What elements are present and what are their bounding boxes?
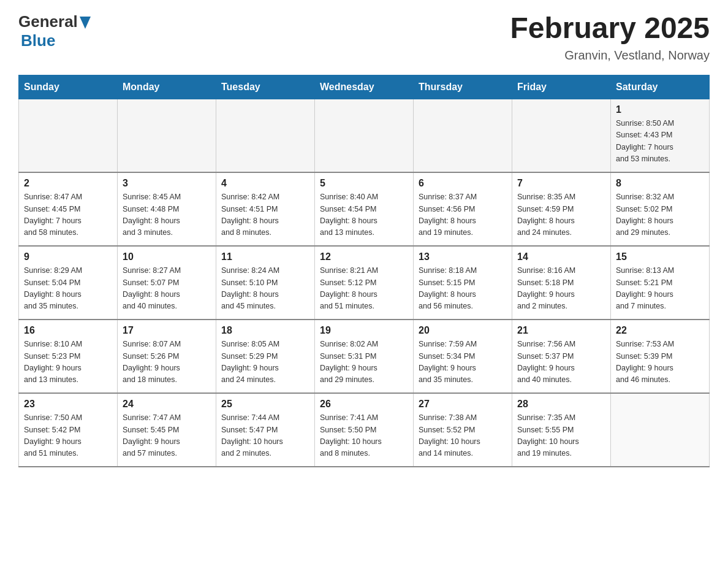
calendar-cell: 17Sunrise: 8:07 AM Sunset: 5:26 PM Dayli… [118, 320, 216, 393]
weekday-header-tuesday: Tuesday [216, 75, 315, 99]
day-number: 12 [320, 251, 408, 262]
day-info: Sunrise: 7:47 AM Sunset: 5:45 PM Dayligh… [123, 412, 211, 460]
logo-arrow-icon [80, 17, 91, 29]
svg-marker-0 [80, 17, 91, 29]
day-info: Sunrise: 7:41 AM Sunset: 5:50 PM Dayligh… [320, 412, 408, 460]
day-number: 11 [221, 251, 309, 262]
weekday-header-monday: Monday [118, 75, 216, 99]
day-number: 1 [616, 104, 704, 115]
day-info: Sunrise: 8:16 AM Sunset: 5:18 PM Dayligh… [517, 265, 605, 313]
weekday-header-saturday: Saturday [611, 75, 710, 99]
day-info: Sunrise: 7:56 AM Sunset: 5:37 PM Dayligh… [517, 339, 605, 386]
calendar-cell [611, 393, 710, 467]
calendar-cell [512, 99, 611, 172]
calendar-cell: 4Sunrise: 8:42 AM Sunset: 4:51 PM Daylig… [216, 172, 315, 246]
day-info: Sunrise: 8:07 AM Sunset: 5:26 PM Dayligh… [123, 339, 211, 386]
calendar-cell: 6Sunrise: 8:37 AM Sunset: 4:56 PM Daylig… [414, 172, 512, 246]
day-number: 25 [221, 399, 309, 410]
day-number: 5 [320, 178, 408, 189]
calendar-cell: 22Sunrise: 7:53 AM Sunset: 5:39 PM Dayli… [611, 320, 710, 393]
weekday-header-row: SundayMondayTuesdayWednesdayThursdayFrid… [19, 75, 710, 99]
day-number: 16 [24, 325, 112, 336]
calendar-cell: 11Sunrise: 8:24 AM Sunset: 5:10 PM Dayli… [216, 246, 315, 320]
day-info: Sunrise: 7:53 AM Sunset: 5:39 PM Dayligh… [616, 339, 704, 386]
calendar-week-row: 23Sunrise: 7:50 AM Sunset: 5:42 PM Dayli… [19, 393, 710, 467]
day-info: Sunrise: 8:29 AM Sunset: 5:04 PM Dayligh… [24, 265, 112, 313]
calendar-cell: 18Sunrise: 8:05 AM Sunset: 5:29 PM Dayli… [216, 320, 315, 393]
calendar-cell: 26Sunrise: 7:41 AM Sunset: 5:50 PM Dayli… [315, 393, 414, 467]
weekday-header-thursday: Thursday [414, 75, 512, 99]
calendar-cell: 3Sunrise: 8:45 AM Sunset: 4:48 PM Daylig… [118, 172, 216, 246]
calendar-table: SundayMondayTuesdayWednesdayThursdayFrid… [18, 75, 710, 468]
calendar-cell: 9Sunrise: 8:29 AM Sunset: 5:04 PM Daylig… [19, 246, 118, 320]
day-info: Sunrise: 8:45 AM Sunset: 4:48 PM Dayligh… [123, 191, 211, 239]
calendar-cell: 19Sunrise: 8:02 AM Sunset: 5:31 PM Dayli… [315, 320, 414, 393]
day-number: 21 [517, 325, 605, 336]
calendar-title: February 2025 [510, 12, 710, 45]
calendar-header: SundayMondayTuesdayWednesdayThursdayFrid… [19, 75, 710, 99]
day-number: 17 [123, 325, 211, 336]
day-number: 8 [616, 178, 704, 189]
day-info: Sunrise: 8:42 AM Sunset: 4:51 PM Dayligh… [221, 191, 309, 239]
calendar-cell: 27Sunrise: 7:38 AM Sunset: 5:52 PM Dayli… [414, 393, 512, 467]
calendar-cell: 24Sunrise: 7:47 AM Sunset: 5:45 PM Dayli… [118, 393, 216, 467]
calendar-cell: 8Sunrise: 8:32 AM Sunset: 5:02 PM Daylig… [611, 172, 710, 246]
calendar-cell: 20Sunrise: 7:59 AM Sunset: 5:34 PM Dayli… [414, 320, 512, 393]
calendar-week-row: 2Sunrise: 8:47 AM Sunset: 4:45 PM Daylig… [19, 172, 710, 246]
calendar-week-row: 9Sunrise: 8:29 AM Sunset: 5:04 PM Daylig… [19, 246, 710, 320]
logo-line2: Blue [21, 31, 91, 50]
day-number: 14 [517, 251, 605, 262]
calendar-cell [315, 99, 414, 172]
calendar-cell: 23Sunrise: 7:50 AM Sunset: 5:42 PM Dayli… [19, 393, 118, 467]
logo-line1: General [18, 12, 91, 31]
day-info: Sunrise: 8:47 AM Sunset: 4:45 PM Dayligh… [24, 191, 112, 239]
calendar-cell: 13Sunrise: 8:18 AM Sunset: 5:15 PM Dayli… [414, 246, 512, 320]
calendar-cell [19, 99, 118, 172]
day-info: Sunrise: 7:59 AM Sunset: 5:34 PM Dayligh… [419, 339, 507, 386]
day-info: Sunrise: 8:21 AM Sunset: 5:12 PM Dayligh… [320, 265, 408, 313]
calendar-cell: 15Sunrise: 8:13 AM Sunset: 5:21 PM Dayli… [611, 246, 710, 320]
calendar-cell: 5Sunrise: 8:40 AM Sunset: 4:54 PM Daylig… [315, 172, 414, 246]
day-number: 3 [123, 178, 211, 189]
day-info: Sunrise: 7:35 AM Sunset: 5:55 PM Dayligh… [517, 412, 605, 460]
day-number: 18 [221, 325, 309, 336]
weekday-header-friday: Friday [512, 75, 611, 99]
day-number: 6 [419, 178, 507, 189]
day-info: Sunrise: 8:37 AM Sunset: 4:56 PM Dayligh… [419, 191, 507, 239]
day-number: 28 [517, 399, 605, 410]
day-info: Sunrise: 8:02 AM Sunset: 5:31 PM Dayligh… [320, 339, 408, 386]
day-number: 24 [123, 399, 211, 410]
day-number: 19 [320, 325, 408, 336]
day-number: 7 [517, 178, 605, 189]
day-info: Sunrise: 8:27 AM Sunset: 5:07 PM Dayligh… [123, 265, 211, 313]
day-number: 26 [320, 399, 408, 410]
logo-general-text: General [18, 12, 78, 31]
day-number: 4 [221, 178, 309, 189]
calendar-cell: 7Sunrise: 8:35 AM Sunset: 4:59 PM Daylig… [512, 172, 611, 246]
calendar-body: 1Sunrise: 8:50 AM Sunset: 4:43 PM Daylig… [19, 99, 710, 467]
calendar-cell: 28Sunrise: 7:35 AM Sunset: 5:55 PM Dayli… [512, 393, 611, 467]
logo-blue-text: Blue [21, 31, 55, 50]
calendar-cell [118, 99, 216, 172]
day-info: Sunrise: 8:10 AM Sunset: 5:23 PM Dayligh… [24, 339, 112, 386]
calendar-cell: 25Sunrise: 7:44 AM Sunset: 5:47 PM Dayli… [216, 393, 315, 467]
day-number: 13 [419, 251, 507, 262]
day-info: Sunrise: 8:32 AM Sunset: 5:02 PM Dayligh… [616, 191, 704, 239]
day-info: Sunrise: 8:18 AM Sunset: 5:15 PM Dayligh… [419, 265, 507, 313]
day-info: Sunrise: 8:05 AM Sunset: 5:29 PM Dayligh… [221, 339, 309, 386]
weekday-header-sunday: Sunday [19, 75, 118, 99]
calendar-subtitle: Granvin, Vestland, Norway [510, 48, 710, 63]
calendar-cell: 16Sunrise: 8:10 AM Sunset: 5:23 PM Dayli… [19, 320, 118, 393]
day-number: 2 [24, 178, 112, 189]
logo-wrapper: General Blue [18, 12, 91, 50]
calendar-week-row: 16Sunrise: 8:10 AM Sunset: 5:23 PM Dayli… [19, 320, 710, 393]
day-number: 27 [419, 399, 507, 410]
day-number: 23 [24, 399, 112, 410]
day-number: 20 [419, 325, 507, 336]
day-info: Sunrise: 8:13 AM Sunset: 5:21 PM Dayligh… [616, 265, 704, 313]
calendar-week-row: 1Sunrise: 8:50 AM Sunset: 4:43 PM Daylig… [19, 99, 710, 172]
day-number: 22 [616, 325, 704, 336]
calendar-cell: 14Sunrise: 8:16 AM Sunset: 5:18 PM Dayli… [512, 246, 611, 320]
day-info: Sunrise: 8:50 AM Sunset: 4:43 PM Dayligh… [616, 118, 704, 166]
calendar-cell [414, 99, 512, 172]
